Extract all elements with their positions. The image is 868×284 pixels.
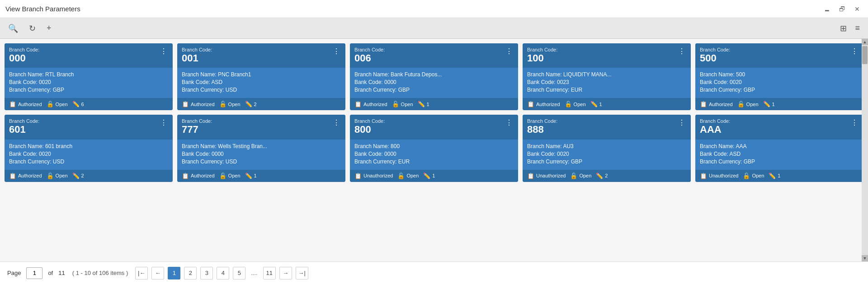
lock-item: 🔓 Open	[47, 101, 68, 107]
edit-icon: ✏️	[72, 172, 80, 179]
refresh-button[interactable]: ↻	[27, 22, 38, 35]
card-footer: 📋 Unauthorized 🔓 Open ✏️ 1	[695, 170, 863, 182]
branch-code-value: 001	[182, 52, 212, 64]
card-menu-button[interactable]: ⋮	[332, 47, 341, 56]
card-footer: 📋 Unauthorized 🔓 Open ✏️ 1	[350, 170, 518, 182]
status-badge: Authorized	[191, 173, 215, 178]
page-of: of	[48, 270, 53, 276]
edit-icon: ✏️	[590, 101, 598, 107]
branch-card-888[interactable]: Branch Code: 888 ⋮ Branch Name: AU3 Bank…	[523, 115, 691, 182]
branch-card-006[interactable]: Branch Code: 006 ⋮ Branch Name: Bank Fut…	[350, 43, 518, 110]
card-menu-button[interactable]: ⋮	[159, 47, 168, 56]
page-11-button[interactable]: 11	[263, 267, 276, 279]
card-menu-button[interactable]: ⋮	[850, 118, 859, 127]
edit-item: ✏️ 1	[418, 101, 429, 107]
close-button[interactable]: ✕	[852, 5, 863, 14]
page-2-button[interactable]: 2	[184, 267, 197, 279]
branch-card-100[interactable]: Branch Code: 100 ⋮ Branch Name: LIQUIDIT…	[523, 43, 691, 110]
branch-card-AAA[interactable]: Branch Code: AAA ⋮ Branch Name: AAA Bank…	[695, 115, 863, 182]
branch-card-000[interactable]: Branch Code: 000 ⋮ Branch Name: RTL Bran…	[5, 43, 173, 110]
status-badge: Authorized	[18, 173, 42, 178]
branch-card-001[interactable]: Branch Code: 001 ⋮ Branch Name: PNC Bran…	[177, 43, 345, 110]
branch-currency-row: Branch Currency: USD	[9, 158, 168, 165]
lock-icon: 🔓	[737, 101, 745, 107]
lock-item: 🔓 Open	[743, 172, 764, 179]
menu-button[interactable]: ≡	[853, 22, 862, 35]
edit-item: ✏️ 1	[590, 101, 602, 107]
card-body: Branch Name: PNC Branch1 Bank Code: ASD …	[177, 68, 345, 98]
scrollbar[interactable]: ▲ ▼	[862, 39, 868, 261]
status-icon: 📋	[700, 172, 707, 179]
lock-status: Open	[228, 173, 241, 178]
branch-card-500[interactable]: Branch Code: 500 ⋮ Branch Name: 500 Bank…	[695, 43, 863, 110]
card-menu-button[interactable]: ⋮	[677, 118, 686, 127]
branch-code-label: Branch Code:	[700, 118, 730, 124]
lock-status: Open	[228, 102, 241, 107]
bank-code-row: Bank Code: 0000	[182, 151, 341, 157]
edit-icon: ✏️	[245, 101, 252, 107]
card-header-text: Branch Code: AAA	[700, 118, 730, 135]
card-footer: 📋 Authorized 🔓 Open ✏️ 1	[695, 98, 863, 110]
add-button[interactable]: +	[45, 22, 53, 35]
branch-card-601[interactable]: Branch Code: 601 ⋮ Branch Name: 601 bran…	[5, 115, 173, 182]
card-menu-button[interactable]: ⋮	[677, 47, 686, 56]
card-header: Branch Code: 100 ⋮	[523, 43, 691, 68]
branch-name-label: Branch Name:	[182, 143, 217, 149]
minimize-button[interactable]: 🗕	[821, 5, 833, 14]
branch-currency-label: Branch Currency:	[9, 158, 51, 165]
prev-page-button[interactable]: ←	[151, 267, 164, 279]
bank-code-value: 0000	[384, 151, 396, 157]
page-label: Page	[7, 270, 21, 276]
card-body: Branch Name: Wells Testing Bran... Bank …	[177, 140, 345, 170]
branch-name-value: LIQUIDITY MANA...	[563, 71, 611, 78]
branch-card-777[interactable]: Branch Code: 777 ⋮ Branch Name: Wells Te…	[177, 115, 345, 182]
lock-item: 🔓 Open	[392, 101, 413, 107]
grid-view-button[interactable]: ⊞	[838, 22, 849, 35]
maximize-button[interactable]: 🗗	[836, 5, 848, 14]
card-menu-button[interactable]: ⋮	[505, 118, 514, 127]
status-icon: 📋	[9, 172, 16, 179]
last-page-button[interactable]: →|	[296, 267, 308, 279]
lock-item: 🔓 Open	[219, 101, 241, 107]
bank-code-label: Bank Code:	[182, 151, 210, 157]
search-button[interactable]: 🔍	[6, 22, 20, 35]
status-item: 📋 Authorized	[354, 101, 387, 107]
first-page-button[interactable]: |←	[135, 267, 148, 279]
branch-currency-value: EUR	[571, 87, 582, 93]
page-3-button[interactable]: 3	[200, 267, 213, 279]
edit-icon: ✏️	[423, 172, 430, 179]
scroll-down-arrow[interactable]: ▼	[862, 255, 868, 261]
scroll-up-arrow[interactable]: ▲	[862, 39, 868, 45]
pagination-bar: Page of 11 ( 1 - 10 of 106 items ) |← ← …	[0, 261, 868, 284]
edit-item: ✏️ 2	[72, 172, 84, 179]
page-input[interactable]	[26, 267, 42, 279]
scroll-thumb[interactable]	[862, 46, 868, 64]
branch-currency-label: Branch Currency:	[527, 87, 569, 93]
card-header: Branch Code: 777 ⋮	[177, 115, 345, 139]
bank-code-row: Bank Code: 0023	[527, 79, 686, 85]
card-menu-button[interactable]: ⋮	[850, 47, 859, 56]
lock-icon: 🔓	[219, 101, 226, 107]
bank-code-label: Bank Code:	[182, 79, 210, 85]
lock-status: Open	[574, 102, 586, 107]
branch-code-label: Branch Code:	[9, 47, 39, 52]
next-page-button[interactable]: →	[279, 267, 292, 279]
status-icon: 📋	[182, 172, 189, 179]
branch-card-800[interactable]: Branch Code: 800 ⋮ Branch Name: 800 Bank…	[350, 115, 518, 182]
card-header-text: Branch Code: 100	[527, 47, 557, 64]
card-menu-button[interactable]: ⋮	[505, 47, 514, 56]
page-5-button[interactable]: 5	[233, 267, 245, 279]
bank-code-row: Bank Code: 0000	[354, 79, 514, 85]
branch-name-label: Branch Name:	[9, 71, 44, 78]
branch-name-value: 500	[736, 71, 745, 78]
status-badge: Unauthorized	[709, 173, 738, 178]
bank-code-value: ASD	[729, 151, 741, 157]
card-header: Branch Code: 006 ⋮	[350, 43, 518, 68]
card-menu-button[interactable]: ⋮	[332, 118, 341, 127]
branch-code-value: 601	[9, 124, 39, 135]
page-4-button[interactable]: 4	[217, 267, 229, 279]
page-1-button[interactable]: 1	[168, 267, 180, 279]
branch-name-row: Branch Name: AAA	[700, 143, 859, 149]
card-menu-button[interactable]: ⋮	[159, 118, 168, 127]
branch-name-row: Branch Name: AU3	[527, 143, 686, 149]
